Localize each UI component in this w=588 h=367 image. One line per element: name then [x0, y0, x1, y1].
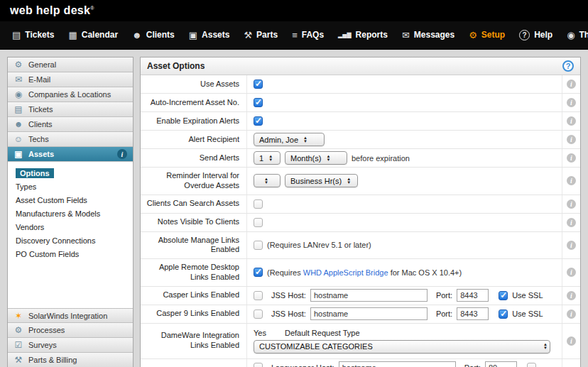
nav-reports[interactable]: ▂▅▇Reports [332, 21, 394, 48]
casper-links-checkbox[interactable] [254, 291, 263, 300]
sidebar-item-parts-billing[interactable]: ⚒Parts & Billing [8, 353, 133, 367]
nav-calendar[interactable]: ▦Calendar [62, 21, 124, 48]
whd-logo[interactable]: web help desk® [10, 4, 94, 17]
calendar-icon: ▦ [68, 30, 77, 40]
row-label: Auto-Increment Asset No. [141, 94, 247, 111]
sidebar-subitem-po-custom-fields[interactable]: PO Custom Fields [8, 248, 133, 261]
nav-clients[interactable]: ☻Clients [126, 21, 181, 48]
jss-host-label: JSS Host: [271, 310, 306, 318]
use-ssl-checkbox[interactable] [499, 310, 508, 319]
nav-label: Assets [202, 30, 229, 40]
sidebar-subitem-manufacturers-models[interactable]: Manufacturers & Models [8, 207, 133, 221]
info-icon[interactable]: i [567, 336, 576, 346]
sidebar-item-clients[interactable]: ☻Clients [8, 117, 133, 132]
content-area: ⚙General ✉E-Mail ◉Companies & Locations … [0, 50, 588, 367]
expiration-alerts-checkbox[interactable] [254, 116, 263, 126]
sidebar-item-processes[interactable]: ⚙Processes [8, 323, 133, 338]
use-ssl-checkbox[interactable] [499, 291, 508, 300]
select-value: Admin, Joe [259, 136, 298, 144]
lansweeper-port-input[interactable] [485, 361, 517, 367]
whd-logo-text: web help desk [10, 4, 90, 16]
nav-parts[interactable]: ⚒Parts [237, 21, 284, 48]
use-ssl-label: Use SSL [512, 310, 543, 318]
sidebar-item-email[interactable]: ✉E-Mail [8, 72, 133, 87]
jss-host-label: JSS Host: [271, 291, 306, 300]
subitem-label: Types [16, 182, 36, 191]
apple-remote-desktop-checkbox[interactable] [254, 268, 263, 277]
lansweeper-links-checkbox[interactable] [254, 363, 263, 367]
nav-setup[interactable]: ⚙Setup [462, 21, 511, 48]
nav-help[interactable]: ?Help [513, 21, 559, 48]
auto-increment-checkbox[interactable] [254, 98, 263, 107]
row-label: Casper 9 Links Enabled [141, 305, 247, 323]
info-icon[interactable]: i [117, 149, 127, 159]
sidebar-subitem-discovery-connections[interactable]: Discovery Connections [8, 234, 133, 248]
sidebar-item-surveys[interactable]: ☑Surveys [8, 338, 133, 353]
sidebar-item-label: Clients [28, 120, 53, 128]
row-label: Alert Recipient [141, 131, 247, 148]
info-icon[interactable]: i [567, 218, 576, 227]
info-icon[interactable]: i [567, 241, 576, 250]
casper9-links-checkbox[interactable] [254, 310, 263, 319]
jss-port-input[interactable] [457, 289, 489, 302]
send-alerts-unit-select[interactable]: Month(s)▲▼ [285, 151, 347, 165]
row-notes-visible: Notes Visible To Clients i [141, 214, 580, 232]
row-reminder-interval: Reminder Interval for Overdue Assets ▲▼ … [141, 168, 580, 195]
sidebar-subitem-vendors[interactable]: Vendors [8, 221, 133, 234]
info-icon[interactable]: i [567, 98, 576, 107]
info-col: i [562, 305, 580, 323]
row-label: Absolute Manage Links Enabled [141, 232, 247, 259]
nav-assets[interactable]: ▣Assets [183, 21, 236, 48]
sidebar-subitem-asset-custom-fields[interactable]: Asset Custom Fields [8, 194, 133, 207]
sidebar-item-tickets[interactable]: ▤Tickets [8, 102, 133, 117]
info-icon[interactable]: i [567, 268, 576, 277]
notes-visible-checkbox[interactable] [254, 218, 263, 227]
help-question-icon[interactable]: ? [562, 60, 574, 72]
tools-icon: ⚒ [13, 355, 23, 365]
info-icon[interactable]: i [567, 310, 576, 319]
gears-icon: ⚙ [13, 325, 23, 335]
info-icon[interactable]: i [567, 153, 576, 163]
row-label: DameWare Integration Links Enabled [141, 324, 247, 358]
subitem-label: Manufacturers & Models [16, 209, 100, 218]
use-ssl-checkbox[interactable] [527, 363, 536, 367]
info-icon[interactable]: i [567, 116, 576, 126]
clients-search-checkbox[interactable] [254, 199, 263, 209]
reminder-number-select[interactable]: ▲▼ [254, 174, 281, 187]
info-icon[interactable]: i [567, 80, 576, 89]
absolute-manage-checkbox[interactable] [254, 241, 263, 250]
nav-thwack[interactable]: ◉Thwack [560, 21, 588, 48]
sidebar-item-general[interactable]: ⚙General [8, 57, 133, 72]
info-col: i [562, 359, 580, 367]
info-icon[interactable]: i [567, 176, 576, 185]
use-assets-checkbox[interactable] [254, 80, 263, 89]
default-request-type-label: Default Request Type [285, 329, 360, 337]
jss-host-input[interactable] [310, 307, 428, 320]
use-ssl-label: Use SSL [512, 291, 543, 300]
row-lansweeper-links: Lansweeper Links Enabled Lansweeper Host… [141, 359, 580, 367]
info-icon[interactable]: i [567, 199, 576, 209]
send-alerts-number-select[interactable]: 1▲▼ [254, 151, 281, 165]
sidebar-item-solarwinds-integration[interactable]: ✶SolarWinds Integration [8, 308, 133, 323]
reminder-unit-select[interactable]: Business Hr(s)▲▼ [285, 174, 358, 187]
nav-faqs[interactable]: ≡FAQs [285, 21, 330, 48]
subitem-label: Options [16, 168, 54, 178]
nav-label: Tickets [25, 30, 54, 40]
sidebar-subitem-types[interactable]: Types [8, 180, 133, 194]
jss-host-input[interactable] [310, 289, 428, 302]
whd-applescript-bridge-link[interactable]: WHD AppleScript Bridge [303, 268, 388, 277]
nav-tickets[interactable]: ▤Tickets [6, 21, 60, 48]
sidebar-item-assets[interactable]: ▣Assetsi [8, 147, 133, 162]
jss-port-input[interactable] [457, 307, 489, 320]
alert-recipient-select[interactable]: Admin, Joe▲▼ [254, 133, 325, 146]
sidebar-item-techs[interactable]: ☺Techs [8, 132, 133, 147]
row-use-assets: Use Assets i [141, 75, 580, 94]
default-request-type-select[interactable]: CUSTOMIZABLE CATEGORIES▲▼ [254, 340, 550, 354]
nav-messages[interactable]: ✉Messages [396, 21, 461, 48]
sidebar-item-label: Techs [28, 135, 49, 143]
sidebar-subitem-options[interactable]: Options [8, 167, 133, 180]
sidebar-item-companies-locations[interactable]: ◉Companies & Locations [8, 87, 133, 102]
info-icon[interactable]: i [567, 135, 576, 144]
lansweeper-host-input[interactable] [339, 361, 456, 367]
info-icon[interactable]: i [567, 291, 576, 300]
